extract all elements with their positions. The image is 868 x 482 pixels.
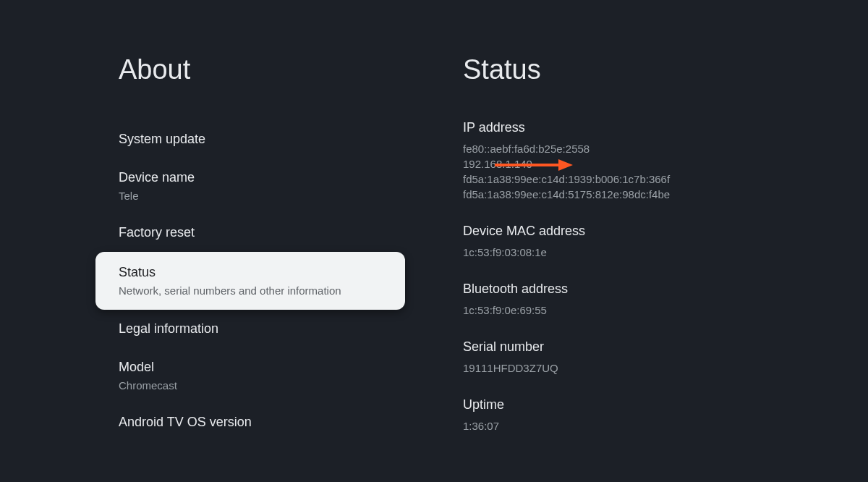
detail-label: Serial number: [463, 339, 868, 355]
status-panel: Status IP address fe80::aebf:fa6d:b25e:2…: [434, 0, 868, 482]
menu-list: System update Device name Tele Factory r…: [0, 120, 434, 441]
detail-bluetooth-address: Bluetooth address 1c:53:f9:0e:69:55: [463, 282, 868, 318]
menu-item-android-tv-os-version[interactable]: Android TV OS version: [0, 403, 434, 441]
detail-label: IP address: [463, 120, 868, 135]
about-title: About: [0, 54, 434, 85]
detail-value: 1:36:07: [463, 418, 868, 434]
menu-item-title: Model: [119, 360, 411, 375]
menu-item-title: Device name: [119, 170, 411, 185]
status-title: Status: [463, 54, 868, 85]
menu-item-title: System update: [119, 132, 411, 147]
detail-ip-address: IP address fe80::aebf:fa6d:b25e:2558 192…: [463, 120, 868, 202]
detail-mac-address: Device MAC address 1c:53:f9:03:08:1e: [463, 224, 868, 260]
menu-item-factory-reset[interactable]: Factory reset: [0, 213, 434, 252]
detail-label: Uptime: [463, 397, 868, 413]
menu-item-system-update[interactable]: System update: [0, 120, 434, 158]
menu-item-device-name[interactable]: Device name Tele: [0, 158, 434, 213]
menu-item-title: Legal information: [119, 321, 411, 337]
menu-item-subtitle: Tele: [119, 190, 411, 202]
about-panel: About System update Device name Tele Fac…: [0, 0, 434, 482]
detail-value: 19111HFDD3Z7UQ: [463, 360, 868, 376]
detail-value: 1c:53:f9:0e:69:55: [463, 303, 868, 318]
menu-item-title: Android TV OS version: [119, 415, 411, 430]
menu-item-legal-information[interactable]: Legal information: [0, 310, 434, 348]
detail-label: Bluetooth address: [463, 282, 868, 297]
menu-item-title: Factory reset: [119, 225, 411, 240]
menu-item-status[interactable]: Status Network, serial numbers and other…: [95, 252, 405, 310]
detail-label: Device MAC address: [463, 224, 868, 239]
detail-value: 1c:53:f9:03:08:1e: [463, 245, 868, 260]
detail-value: fe80::aebf:fa6d:b25e:2558 192.168.1.140 …: [463, 141, 868, 202]
menu-item-subtitle: Network, serial numbers and other inform…: [119, 284, 382, 297]
menu-item-subtitle: Chromecast: [119, 379, 411, 392]
detail-uptime: Uptime 1:36:07: [463, 397, 868, 434]
menu-item-title: Status: [119, 265, 382, 280]
menu-item-model[interactable]: Model Chromecast: [0, 348, 434, 403]
detail-serial-number: Serial number 19111HFDD3Z7UQ: [463, 339, 868, 376]
